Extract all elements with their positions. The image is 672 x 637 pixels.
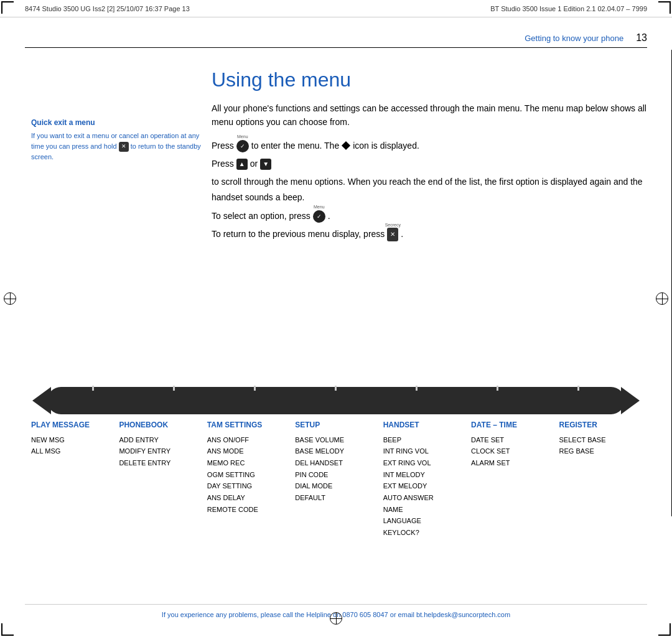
nav-tick-2 [173, 386, 175, 391]
nav-arrow-right [621, 387, 640, 414]
menu-col-item-3-2: DEL HANDSET [295, 457, 378, 469]
top-bar-right: BT Studio 3500 Issue 1 Edition 2.1 02.04… [490, 5, 647, 12]
diamond-icon [342, 141, 350, 150]
menu-col-item-2-4: DAY SETTING [207, 480, 290, 492]
menu-col-title-6: REGISTER [559, 421, 642, 430]
nav-tick-7 [577, 386, 579, 391]
menu-col-item-0-1: ALL MSG [31, 445, 114, 457]
menu-col-item-4-6: NAME [383, 504, 466, 516]
top-bar-left: 8474 Studio 3500 UG Iss2 [2] 25/10/07 16… [25, 5, 190, 12]
menu-col-item-5-1: CLOCK SET [471, 445, 554, 457]
menu-col-item-5-2: ALARM SET [471, 457, 554, 469]
menu-col-item-4-7: LANGUAGE [383, 515, 466, 527]
page-header: Getting to know your phone 13 [25, 32, 647, 48]
instruction-line-1: Press Menu ✓ to enter the menu. The icon… [212, 138, 647, 154]
arrow-down-icon [260, 159, 271, 170]
menu-col-item-2-5: ANS DELAY [207, 492, 290, 504]
back-button-wrap: Secrecy ✕ [387, 226, 398, 242]
back-button-icon: ✕ [387, 228, 398, 241]
main-content: Using the menu All your phone's function… [212, 50, 647, 244]
nav-tick-1 [92, 386, 94, 391]
quick-exit-text: If you want to exit a menu or cancel an … [31, 131, 212, 162]
menu-col-1: PHONEBOOKADD ENTRYMODIFY ENTRYDELETE ENT… [119, 421, 207, 539]
nav-tick-5 [416, 386, 418, 391]
menu-col-0: PLAY MESSAGENEW MSGALL MSG [31, 421, 119, 539]
menu-col-item-0-0: NEW MSG [31, 434, 114, 446]
instruction-line-4: To return to the previous menu display, … [212, 226, 647, 242]
menu-col-item-2-1: ANS MODE [207, 445, 290, 457]
nav-bar-pill [47, 387, 625, 414]
menu-columns: PLAY MESSAGENEW MSGALL MSGPHONEBOOKADD E… [31, 421, 647, 539]
menu-col-item-6-1: REG BASE [559, 445, 642, 457]
menu-col-title-0: PLAY MESSAGE [31, 421, 114, 430]
menu-col-item-2-6: REMOTE CODE [207, 504, 290, 516]
menu-col-item-4-0: BEEP [383, 434, 466, 446]
arrow-up-icon [236, 159, 248, 170]
page-header-text: Getting to know your phone [525, 34, 623, 43]
menu-col-item-3-0: BASE VOLUME [295, 434, 378, 446]
secrecy-button-icon [119, 142, 129, 152]
menu-col-item-2-2: MEMO REC [207, 457, 290, 469]
menu-col-item-4-4: EXT MELODY [383, 480, 466, 492]
nav-tick-4 [335, 386, 337, 391]
page-number: 13 [636, 32, 647, 44]
section-title: Using the menu [212, 68, 647, 91]
menu-col-title-5: DATE – TIME [471, 421, 554, 430]
intro-text: All your phone's functions and settings … [212, 101, 647, 129]
nav-tick-3 [254, 386, 256, 391]
menu-col-item-3-1: BASE MELODY [295, 445, 378, 457]
menu-col-item-3-5: DEFAULT [295, 492, 378, 504]
menu-col-item-4-3: INT MELODY [383, 469, 466, 481]
menu-col-item-2-0: ANS ON/OFF [207, 434, 290, 446]
quick-exit-title: Quick exit a menu [31, 118, 212, 127]
menu-button-wrap: Menu ✓ [236, 138, 249, 154]
menu-label: Menu [237, 133, 248, 141]
reg-circle-right [656, 292, 668, 305]
nav-tick-6 [497, 386, 498, 391]
instruction-line-3: To select an option, press Menu ✓ . [212, 208, 647, 224]
menu-col-3: SETUPBASE VOLUMEBASE MELODYDEL HANDSETPI… [295, 421, 383, 539]
instruction-line-2: Press or to scroll through the menu opti… [212, 156, 647, 206]
select-button-wrap: Menu ✓ [313, 208, 325, 224]
menu-col-item-6-0: SELECT BASE [559, 434, 642, 446]
menu-col-item-4-5: AUTO ANSWER [383, 492, 466, 504]
menu-col-5: DATE – TIMEDATE SETCLOCK SETALARM SET [471, 421, 559, 539]
menu-col-item-5-0: DATE SET [471, 434, 554, 446]
select-button-icon: ✓ [313, 210, 325, 223]
select-menu-label: Menu [314, 203, 325, 212]
top-bar: 8474 Studio 3500 UG Iss2 [2] 25/10/07 16… [0, 0, 672, 17]
menu-col-item-1-1: MODIFY ENTRY [119, 445, 202, 457]
menu-col-2: TAM SETTINGSANS ON/OFFANS MODEMEMO RECOG… [207, 421, 295, 539]
menu-col-item-4-2: EXT RING VOL [383, 457, 466, 469]
nav-arrow-left [32, 387, 51, 414]
menu-col-6: REGISTERSELECT BASEREG BASE [559, 421, 647, 539]
corner-mark-br [658, 623, 671, 636]
menu-col-item-1-2: DELETE ENTRY [119, 457, 202, 469]
reg-circle-left [4, 292, 16, 305]
menu-col-item-2-3: OGM SETTING [207, 469, 290, 481]
menu-col-title-4: HANDSET [383, 421, 466, 430]
menu-col-item-4-1: INT RING VOL [383, 445, 466, 457]
menu-col-item-3-3: PIN CODE [295, 469, 378, 481]
menu-col-4: HANDSETBEEPINT RING VOLEXT RING VOLINT M… [383, 421, 471, 539]
sidebar: Quick exit a menu If you want to exit a … [31, 100, 212, 162]
menu-col-title-3: SETUP [295, 421, 378, 430]
menu-col-item-4-8: KEYLOCK? [383, 527, 466, 539]
menu-col-title-1: PHONEBOOK [119, 421, 202, 430]
corner-mark-bl [1, 623, 14, 636]
menu-col-item-1-0: ADD ENTRY [119, 434, 202, 446]
menu-button-icon: ✓ [236, 140, 249, 152]
menu-col-item-3-4: DIAL MODE [295, 480, 378, 492]
nav-bar-container [0, 384, 672, 417]
reg-circle-bottom [330, 612, 342, 625]
menu-col-title-2: TAM SETTINGS [207, 421, 290, 430]
